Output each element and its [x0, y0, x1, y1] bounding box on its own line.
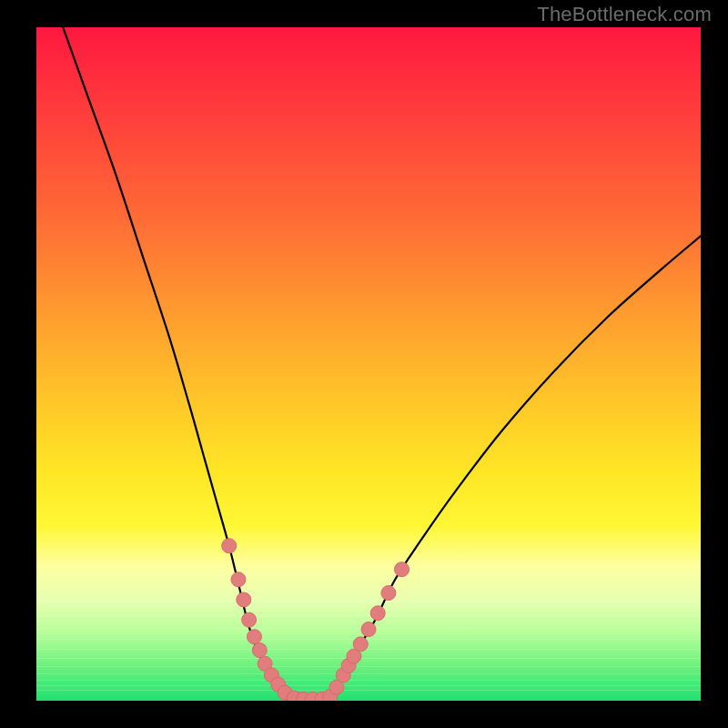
marker-dot	[222, 539, 237, 553]
curve-group	[63, 27, 701, 701]
watermark-text: TheBottleneck.com	[537, 3, 712, 26]
marker-dot	[353, 637, 368, 652]
chart-frame: TheBottleneck.com	[0, 0, 728, 728]
marker-dot	[247, 630, 261, 644]
marker-dot	[231, 572, 246, 587]
curve-right	[329, 236, 701, 701]
curve-left	[63, 27, 288, 701]
marker-dots	[222, 539, 410, 701]
marker-dot	[381, 586, 396, 601]
marker-dot	[370, 606, 385, 621]
plot-area	[36, 27, 701, 701]
marker-dot	[252, 643, 267, 658]
marker-dot	[237, 592, 251, 607]
marker-dot	[395, 562, 410, 577]
marker-dot	[242, 612, 257, 627]
chart-svg	[36, 27, 701, 701]
marker-dot	[361, 622, 376, 637]
